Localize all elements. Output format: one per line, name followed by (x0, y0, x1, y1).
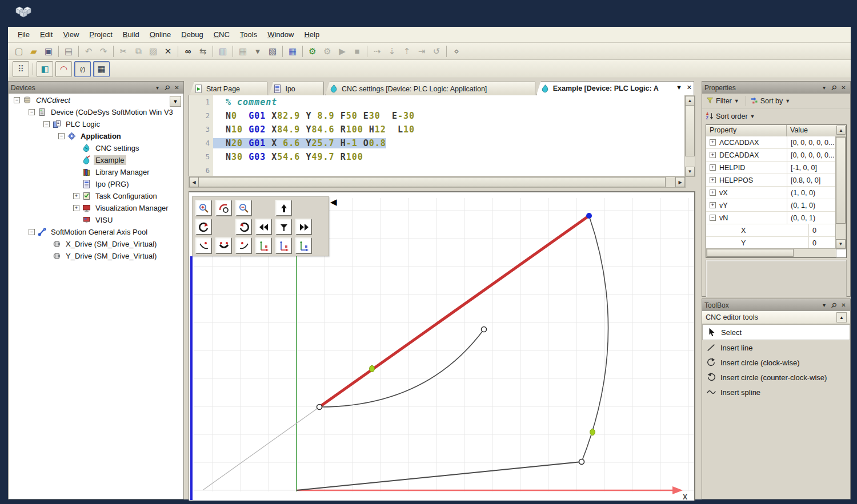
stop-button[interactable]: ■ (350, 45, 364, 58)
tool-insert-line[interactable]: Insert line (702, 340, 850, 355)
tree-item-x-drive-sm-drive-virtual[interactable]: X_Drive (SM_Drive_Virtual) (9, 238, 183, 250)
row-expander-icon[interactable]: + (710, 164, 716, 171)
grid-toggle-button[interactable]: ▦ (93, 61, 110, 77)
menu-online[interactable]: Online (145, 28, 177, 41)
delete-button[interactable]: ✕ (161, 45, 175, 58)
toolbox-close-icon[interactable]: ✕ (839, 301, 848, 309)
tree-item-visu[interactable]: VISU (9, 214, 183, 226)
path-bottom-line[interactable] (297, 462, 582, 490)
zoom-in-button[interactable] (195, 200, 212, 216)
sort-order-caret-icon[interactable]: ▼ (750, 114, 755, 119)
go-last-button[interactable] (295, 219, 312, 235)
arc-view-button[interactable]: ◠ (55, 61, 72, 77)
save-button[interactable]: ▣ (42, 45, 55, 58)
tree-expander-icon[interactable]: − (29, 229, 35, 235)
new-file-button[interactable]: ▢ (12, 45, 26, 58)
toolbox-pin-icon[interactable]: ⚲ (828, 299, 840, 311)
tab-close-icon[interactable]: ✕ (687, 84, 692, 91)
logout-button[interactable]: ⚙ (321, 45, 334, 58)
property-value[interactable]: 0 (808, 224, 836, 236)
paste-button[interactable]: ▨ (146, 45, 160, 58)
sort-by-caret-icon[interactable]: ▼ (785, 98, 790, 104)
property-row-y[interactable]: Y0 (706, 237, 836, 249)
rotate-left-button[interactable] (195, 219, 212, 235)
tab-example[interactable]: Example [Device: PLC Logic: A (536, 81, 694, 95)
property-value[interactable]: (0, 0, 1) (787, 212, 836, 224)
open-node-handle[interactable] (482, 327, 487, 332)
tree-expander-icon[interactable]: + (73, 205, 79, 211)
arc-point-both-button[interactable] (215, 237, 232, 254)
property-value[interactable]: [-1, 0, 0] (787, 162, 836, 174)
tree-item-ipo-prg[interactable]: Ipo (PRG) (9, 178, 183, 190)
pan-zoom-button[interactable] (215, 200, 232, 216)
property-row-decaddax[interactable]: +DECADDAX[0, 0, 0, 0, 0... (706, 149, 836, 162)
open-node-handle[interactable] (579, 459, 584, 465)
open-node-handle[interactable] (317, 405, 322, 410)
property-value[interactable]: (0, 1, 0) (787, 199, 836, 211)
build-button[interactable]: ▦ (236, 45, 250, 58)
cnc-graphic-canvas[interactable]: X ◀ (189, 191, 695, 501)
property-row-vx[interactable]: +vX(1, 0, 0) (706, 187, 836, 199)
property-value[interactable]: [0, 0, 0, 0, 0... (787, 136, 836, 148)
tree-expander-icon[interactable]: + (73, 193, 79, 199)
tool-insert-spline[interactable]: Insert spline (702, 385, 850, 400)
build-menu-button[interactable]: ▾ (251, 45, 265, 58)
editor-vscrollbar[interactable]: ▲ ▼ (684, 95, 695, 177)
arc-point-end-button[interactable] (235, 237, 252, 254)
blue-endpoint[interactable] (586, 213, 592, 219)
tree-item-device-codesys-softmotion-win-v3[interactable]: −Device (CoDeSys SoftMotion Win V3 (9, 106, 183, 118)
tree-item-plc-logic[interactable]: −PLC Logic (9, 118, 183, 130)
menu-debug[interactable]: Debug (176, 28, 208, 41)
property-value[interactable]: (1, 0, 0) (787, 187, 836, 199)
move-top-button[interactable] (275, 200, 292, 216)
editor-hscrollbar[interactable]: ◀ ▶ (189, 176, 686, 188)
menu-file[interactable]: File (13, 28, 35, 41)
tree-expander-icon[interactable]: − (14, 97, 20, 103)
row-expander-icon[interactable]: + (710, 202, 716, 208)
property-value[interactable]: [0, 0, 0, 0, 0... (787, 149, 836, 161)
open-project-button[interactable]: ▰ (27, 45, 41, 58)
axes-green-blue-button[interactable] (295, 237, 312, 254)
print-button[interactable]: ▤ (62, 45, 75, 58)
property-row-accaddax[interactable]: +ACCADDAX[0, 0, 0, 0, 0... (706, 136, 836, 149)
project-options-button[interactable]: ▥ (216, 45, 230, 58)
path-toggle-button[interactable]: (∕) (74, 61, 91, 77)
properties-close-icon[interactable]: ✕ (839, 84, 848, 92)
redo-button[interactable]: ↷ (97, 45, 110, 58)
position-grid-button[interactable]: ⠿ (13, 61, 29, 77)
step-into-button[interactable]: ⇣ (385, 45, 399, 58)
menu-window[interactable]: Window (262, 28, 299, 41)
green-handle[interactable] (370, 365, 375, 372)
properties-scroll-up[interactable]: ▲ (836, 126, 846, 135)
menu-view[interactable]: View (58, 28, 84, 41)
properties-dock-menu-icon[interactable]: ▾ (820, 84, 828, 92)
tab-ipo[interactable]: Ipo (269, 82, 324, 95)
start-button[interactable]: ▶ (335, 45, 349, 58)
path-spline[interactable] (319, 329, 484, 407)
arc-point-start-button[interactable] (195, 237, 212, 254)
row-expander-icon[interactable]: − (710, 215, 716, 221)
property-row-x[interactable]: X0 (706, 224, 836, 237)
undo-button[interactable]: ↶ (82, 45, 95, 58)
tree-item-cnc-settings[interactable]: CNC settings (9, 142, 183, 154)
find-button[interactable]: ∞ (181, 45, 195, 58)
filter-button[interactable]: Filter (716, 97, 732, 105)
properties-hscrollbar[interactable] (706, 248, 836, 257)
tree-item-task-configuration[interactable]: +Task Configuration (9, 190, 183, 202)
row-expander-icon[interactable]: + (710, 177, 716, 183)
tab-start[interactable]: Start Page (190, 82, 267, 95)
property-row-vn[interactable]: −vN(0, 0, 1) (706, 212, 836, 224)
property-value[interactable]: [0.8, 0, 0] (787, 174, 836, 186)
move-down-button[interactable] (275, 219, 292, 235)
tree-item-visualization-manager[interactable]: +Visualization Manager (9, 202, 183, 214)
property-value[interactable]: 0 (808, 237, 836, 249)
properties-pin-icon[interactable]: ⚲ (828, 82, 840, 94)
reset-button[interactable]: ↺ (430, 45, 443, 58)
go-first-button[interactable] (255, 219, 272, 235)
tree-item-example[interactable]: Example (9, 154, 183, 166)
structure-view-button[interactable]: ◧ (37, 61, 53, 77)
replace-button[interactable]: ⇆ (196, 45, 210, 58)
sort-order-button[interactable]: Sort order (716, 112, 748, 120)
device-tree-dropdown[interactable]: ▼ (170, 96, 181, 107)
menu-project[interactable]: Project (84, 28, 117, 41)
